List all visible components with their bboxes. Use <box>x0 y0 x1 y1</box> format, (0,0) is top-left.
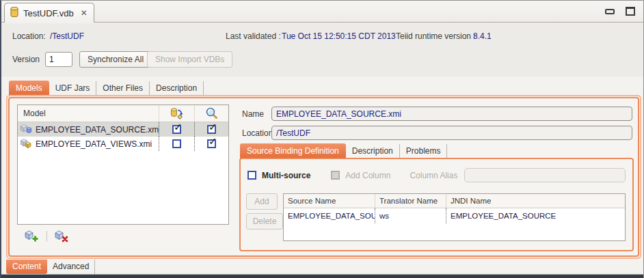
synchronize-column-icon <box>159 105 194 122</box>
source-name-cell: EMPLOYEE_DATA_SOURCE <box>284 208 375 223</box>
name-field[interactable]: EMPLOYEE_DATA_SOURCE.xmi <box>271 107 632 121</box>
runtime-version-value: 8.4.1 <box>473 31 492 41</box>
visibility-checkbox[interactable]: ✓ <box>207 139 216 148</box>
delete-source-button: Delete <box>246 213 283 230</box>
sync-checkbox[interactable]: ✓ <box>172 125 181 134</box>
maximize-icon[interactable] <box>626 7 635 16</box>
add-column-label: Add Column <box>345 171 390 180</box>
vdb-editor-window: TestUDF.vdb ✕ Location: /TestUDF Last va… <box>0 0 644 278</box>
synchronize-all-button[interactable]: Synchronize All <box>79 51 152 68</box>
tab-advanced[interactable]: Advanced <box>47 260 95 274</box>
editor-tab-testudf[interactable]: TestUDF.vdb ✕ <box>4 3 94 23</box>
close-icon[interactable]: ✕ <box>81 8 88 18</box>
models-page-outer-border: Model <box>6 95 641 259</box>
details-tabs: Source Binding Definition Description Pr… <box>240 143 447 158</box>
editor-tabbar: TestUDF.vdb ✕ <box>1 1 643 23</box>
version-label: Version <box>12 55 40 64</box>
visibility-checkbox[interactable]: ✓ <box>207 125 216 134</box>
last-validated-value: Tue Oct 15 12:50:15 CDT 2013 <box>282 31 396 41</box>
add-column-checkbox <box>331 171 340 180</box>
model-name: EMPLOYEE_DATA_VIEWS.xmi <box>36 139 152 149</box>
editor-bottom-tabs: Content Advanced <box>6 260 95 274</box>
show-import-vdbs-button: Show Import VDBs <box>147 51 232 68</box>
source-binding-panel: Multi-source Add Column Column Alias Add… <box>239 158 634 251</box>
view-model-icon <box>21 138 32 150</box>
remove-model-icon[interactable] <box>55 230 69 242</box>
add-model-icon[interactable] <box>25 230 39 242</box>
bottom-divider <box>1 274 643 278</box>
tab-source-binding-definition[interactable]: Source Binding Definition <box>240 143 346 158</box>
runtime-version-label: Teiid runtime version : <box>396 31 476 41</box>
name-label: Name <box>242 109 264 119</box>
location-value: /TestUDF <box>50 31 84 41</box>
table-row[interactable]: EMPLOYEE_DATA_VIEWS.xmi ✓ <box>18 137 228 151</box>
tab-description[interactable]: Description <box>150 81 204 96</box>
column-alias-input <box>464 168 626 182</box>
multi-source-label: Multi-source <box>262 171 310 180</box>
version-input[interactable] <box>45 52 72 67</box>
vdb-header: Location: /TestUDF Last validated : Tue … <box>1 23 643 77</box>
tab-binding-description[interactable]: Description <box>346 144 400 158</box>
table-row[interactable]: EMPLOYEE_DATA_SOURCE.xmi ✓ ✓ <box>18 122 228 137</box>
add-source-button: Add <box>246 193 278 210</box>
minimize-icon[interactable] <box>605 9 615 14</box>
visibility-column-icon <box>194 105 228 122</box>
tab-problems[interactable]: Problems <box>400 144 448 158</box>
location-field[interactable]: /TestUDF <box>271 126 632 140</box>
bindings-table-header: Source Name Translator Name JNDI Name <box>284 194 625 208</box>
source-model-icon <box>21 124 32 136</box>
models-table-header: Model <box>18 105 228 122</box>
view-controls <box>605 7 635 16</box>
tab-models[interactable]: Models <box>9 81 49 96</box>
tab-content[interactable]: Content <box>6 260 47 274</box>
model-actions <box>25 230 69 242</box>
tab-udf-jars[interactable]: UDF Jars <box>49 81 97 96</box>
bindings-table[interactable]: Source Name Translator Name JNDI Name EM… <box>283 193 626 241</box>
location-label: Location: <box>12 31 46 41</box>
translator-name-cell: ws <box>375 208 446 223</box>
jndi-name-column-header: JNDI Name <box>446 194 625 208</box>
table-row[interactable]: EMPLOYEE_DATA_SOURCE ws EMPLOYEE_DATA_SO… <box>284 208 625 223</box>
models-table[interactable]: Model <box>17 105 229 225</box>
vdb-icon <box>10 7 18 19</box>
models-page-panel: Model <box>8 97 639 257</box>
model-name: EMPLOYEE_DATA_SOURCE.xmi <box>36 125 159 135</box>
jndi-name-cell: EMPLOYEE_DATA_SOURCE <box>446 208 625 223</box>
model-column-header: Model <box>18 109 159 118</box>
last-validated-label: Last validated : <box>226 31 281 41</box>
multi-source-checkbox[interactable] <box>247 171 256 180</box>
column-alias-label: Column Alias <box>410 171 457 180</box>
actions-separator <box>46 231 47 242</box>
source-name-column-header: Source Name <box>284 194 375 208</box>
location-field-label: Location <box>242 128 273 138</box>
tab-other-files[interactable]: Other Files <box>96 81 150 96</box>
vdb-page-tabs: Models UDF Jars Other Files Description <box>9 81 204 96</box>
editor-tab-title: TestUDF.vdb <box>23 8 74 18</box>
translator-name-column-header: Translator Name <box>375 194 446 208</box>
sync-checkbox[interactable] <box>172 139 181 148</box>
